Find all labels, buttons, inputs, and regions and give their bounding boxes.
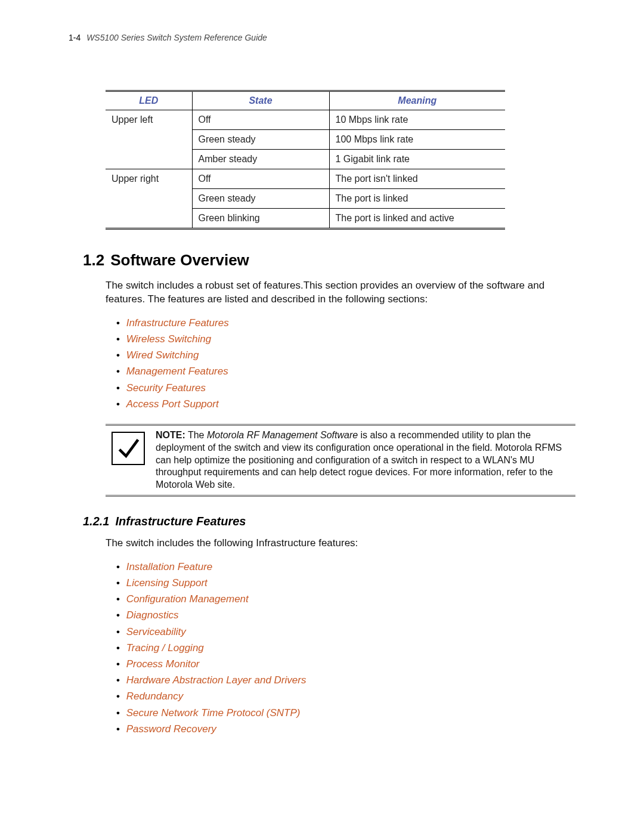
- heading-software-overview: 1.2Software Overview: [83, 251, 575, 270]
- link-management-features[interactable]: Management Features: [116, 363, 575, 379]
- cell-meaning: 100 Mbps link rate: [329, 130, 505, 150]
- feature-link-list: Infrastructure Features Wireless Switchi…: [116, 315, 575, 412]
- page-number: 1-4: [69, 33, 80, 42]
- link-hal-drivers[interactable]: Hardware Abstraction Layer and Drivers: [116, 672, 575, 688]
- table-row: Green steady The port is linked: [106, 189, 505, 209]
- cell-led: [106, 189, 192, 209]
- link-installation-feature[interactable]: Installation Feature: [116, 559, 575, 575]
- heading-number: 1.2.1: [83, 515, 109, 528]
- table-row: Upper left Off 10 Mbps link rate: [106, 110, 505, 130]
- table-row: Amber steady 1 Gigabit link rate: [106, 150, 505, 169]
- cell-led: [106, 209, 192, 229]
- link-wireless-switching[interactable]: Wireless Switching: [116, 331, 575, 347]
- cell-state: Green blinking: [192, 209, 329, 229]
- cell-meaning: The port is linked: [329, 189, 505, 209]
- link-licensing-support[interactable]: Licensing Support: [116, 575, 575, 591]
- subsection-intro: The switch includes the following Infras…: [106, 537, 575, 550]
- cell-meaning: The port is linked and active: [329, 209, 505, 229]
- running-header: 1-4 WS5100 Series Switch System Referenc…: [69, 33, 575, 42]
- table-row: Green steady 100 Mbps link rate: [106, 130, 505, 150]
- cell-led: Upper right: [106, 169, 192, 189]
- link-security-features[interactable]: Security Features: [116, 380, 575, 396]
- cell-led: [106, 150, 192, 169]
- link-diagnostics[interactable]: Diagnostics: [116, 607, 575, 623]
- doc-title: WS5100 Series Switch System Reference Gu…: [86, 33, 267, 42]
- cell-led: Upper left: [106, 110, 192, 130]
- infrastructure-link-list: Installation Feature Licensing Support C…: [116, 559, 575, 737]
- page-content: 1-4 WS5100 Series Switch System Referenc…: [0, 0, 644, 785]
- cell-state: Green steady: [192, 130, 329, 150]
- link-process-monitor[interactable]: Process Monitor: [116, 656, 575, 672]
- link-tracing-logging[interactable]: Tracing / Logging: [116, 640, 575, 656]
- cell-state: Off: [192, 110, 329, 130]
- section-intro: The switch includes a robust set of feat…: [106, 279, 575, 306]
- link-redundancy[interactable]: Redundancy: [116, 688, 575, 704]
- note-box: NOTE: The Motorola RF Management Softwar…: [106, 424, 575, 497]
- link-wired-switching[interactable]: Wired Switching: [116, 347, 575, 363]
- table-row: Upper right Off The port isn't linked: [106, 169, 505, 189]
- th-meaning: Meaning: [329, 91, 505, 110]
- cell-meaning: The port isn't linked: [329, 169, 505, 189]
- link-sntp[interactable]: Secure Network Time Protocol (SNTP): [116, 705, 575, 721]
- heading-text: Infrastructure Features: [115, 515, 246, 528]
- table-header-row: LED State Meaning: [106, 91, 505, 110]
- table-row: Green blinking The port is linked and ac…: [106, 209, 505, 229]
- note-text: NOTE: The Motorola RF Management Softwar…: [156, 429, 575, 491]
- th-state: State: [192, 91, 329, 110]
- cell-state: Amber steady: [192, 150, 329, 169]
- th-led: LED: [106, 91, 192, 110]
- cell-meaning: 1 Gigabit link rate: [329, 150, 505, 169]
- heading-number: 1.2: [83, 251, 104, 269]
- note-pre: The: [185, 430, 207, 440]
- checkmark-icon: [112, 432, 145, 465]
- cell-state: Green steady: [192, 189, 329, 209]
- heading-infrastructure-features: 1.2.1Infrastructure Features: [83, 515, 575, 528]
- cell-led: [106, 130, 192, 150]
- led-table: LED State Meaning Upper left Off 10 Mbps…: [106, 90, 505, 230]
- cell-state: Off: [192, 169, 329, 189]
- link-configuration-mgmt[interactable]: Configuration Management: [116, 591, 575, 607]
- link-infrastructure-features[interactable]: Infrastructure Features: [116, 315, 575, 331]
- link-serviceability[interactable]: Serviceability: [116, 624, 575, 640]
- cell-meaning: 10 Mbps link rate: [329, 110, 505, 130]
- heading-text: Software Overview: [110, 251, 249, 269]
- link-access-port-support[interactable]: Access Port Support: [116, 396, 575, 412]
- note-lead: NOTE:: [156, 430, 185, 440]
- note-em: Motorola RF Management Software: [207, 430, 358, 440]
- link-password-recovery[interactable]: Password Recovery: [116, 721, 575, 737]
